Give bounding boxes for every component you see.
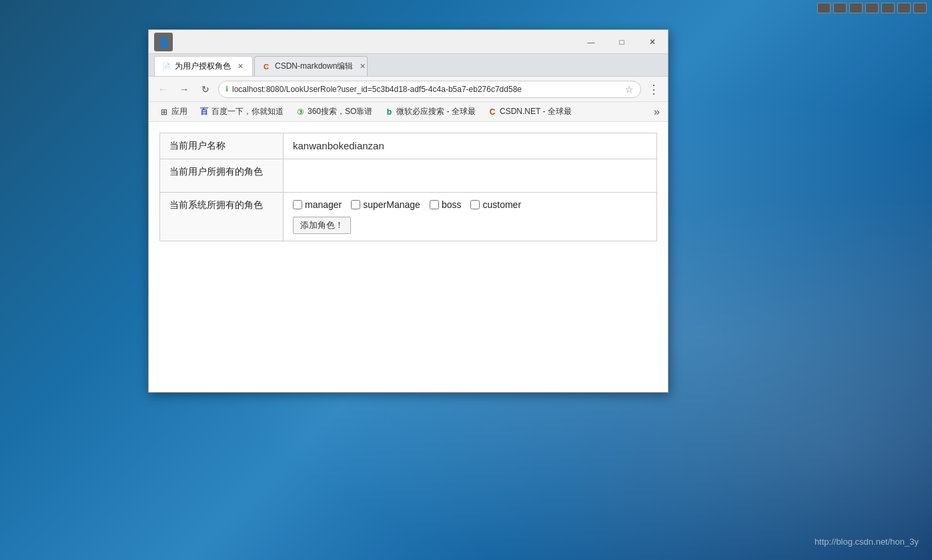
role-manager[interactable]: manager <box>293 199 342 210</box>
role-supermanage-label: superManage <box>363 199 420 210</box>
taskbar-icon-1 <box>817 3 831 13</box>
role-customer-label: customer <box>482 199 521 210</box>
checkbox-boss[interactable] <box>430 200 439 209</box>
bookmark-apps-label: 应用 <box>171 106 187 117</box>
checkbox-manager[interactable] <box>293 200 302 209</box>
watermark: http://blog.csdn.net/hon_3y <box>815 537 919 547</box>
forward-icon: → <box>179 84 189 95</box>
taskbar-icon-7 <box>913 3 927 13</box>
role-boss[interactable]: boss <box>430 199 462 210</box>
value-user-roles <box>284 159 657 193</box>
bookmark-360-label: 360搜索，SO靠谱 <box>308 106 372 117</box>
forward-button[interactable]: → <box>175 81 193 98</box>
tab-label-2: CSDN-markdown编辑 <box>275 61 353 72</box>
tab-user-role[interactable]: 📄 为用户授权角色 ✕ <box>154 56 253 76</box>
role-supermanage[interactable]: superManage <box>351 199 420 210</box>
bookmark-baidu[interactable]: 百 百度一下，你就知道 <box>194 105 289 119</box>
url-text: localhost:8080/LookUserRole?user_id=5c3b… <box>232 85 621 94</box>
tab-close-1[interactable]: ✕ <box>235 61 246 72</box>
role-manager-label: manager <box>305 199 342 210</box>
bookmark-bing[interactable]: b 微软必应搜索 - 全球最 <box>379 105 481 119</box>
taskbar-top-right <box>817 3 927 13</box>
tab-favicon-1: 📄 <box>161 62 171 71</box>
360-icon: ③ <box>296 107 305 117</box>
taskbar-icon-2 <box>833 3 847 13</box>
bookmark-csdn[interactable]: C CSDN.NET - 全球最 <box>482 105 577 119</box>
bookmark-csdn-label: CSDN.NET - 全球最 <box>500 106 572 117</box>
menu-icon: ⋮ <box>648 82 660 97</box>
page-content: 当前用户名称 kanwanbokedianzan 当前用户所拥有的角色 <box>149 122 668 392</box>
add-role-container: 添加角色！ <box>293 217 647 234</box>
refresh-icon: ↻ <box>201 84 209 95</box>
maximize-icon <box>619 37 624 47</box>
checkbox-supermanage[interactable] <box>351 200 360 209</box>
bookmark-star-icon[interactable]: ☆ <box>625 84 634 95</box>
bing-icon: b <box>384 107 394 117</box>
bookmark-360[interactable]: ③ 360搜索，SO靠谱 <box>290 105 378 119</box>
csdn-icon: C <box>488 107 497 117</box>
browser-menu-button[interactable]: ⋮ <box>645 81 662 98</box>
maximize-button[interactable] <box>606 30 637 53</box>
add-role-button[interactable]: 添加角色！ <box>293 217 351 234</box>
bookmark-baidu-label: 百度一下，你就知道 <box>211 106 284 117</box>
browser-window: 👤 📄 为用户授权角色 ✕ C CSDN-markdown编辑 ✕ <box>148 29 668 393</box>
close-button[interactable] <box>637 30 668 53</box>
value-username: kanwanbokedianzan <box>284 133 657 159</box>
address-bar: ← → ↻ ℹ localhost:8080/LookUserRole?user… <box>149 77 668 102</box>
table-row-user-roles: 当前用户所拥有的角色 <box>160 159 657 193</box>
baidu-icon: 百 <box>199 107 209 117</box>
tab-close-2[interactable]: ✕ <box>357 61 368 72</box>
label-system-roles: 当前系统所拥有的角色 <box>160 193 284 241</box>
role-customer[interactable]: customer <box>470 199 521 210</box>
back-button[interactable]: ← <box>154 81 171 98</box>
window-controls <box>576 30 668 53</box>
role-table: 当前用户名称 kanwanbokedianzan 当前用户所拥有的角色 <box>159 133 657 241</box>
back-icon: ← <box>158 84 167 95</box>
taskbar-icon-5 <box>881 3 895 13</box>
role-boss-label: boss <box>442 199 462 210</box>
taskbar-icon-4 <box>865 3 879 13</box>
role-checkboxes: manager superManage boss <box>293 199 647 210</box>
taskbar-icon-6 <box>897 3 911 13</box>
tab-csdn[interactable]: C CSDN-markdown编辑 ✕ <box>254 56 368 76</box>
table-row-username: 当前用户名称 kanwanbokedianzan <box>160 133 657 159</box>
bookmark-bing-label: 微软必应搜索 - 全球最 <box>396 106 476 117</box>
url-bar[interactable]: ℹ localhost:8080/LookUserRole?user_id=5c… <box>218 81 641 98</box>
secure-icon: ℹ <box>225 85 228 93</box>
checkbox-customer[interactable] <box>470 200 480 209</box>
title-bar-left: 👤 <box>149 30 175 53</box>
tabs-bar: 📄 为用户授权角色 ✕ C CSDN-markdown编辑 ✕ <box>149 54 668 77</box>
close-icon <box>649 37 656 47</box>
table-row-system-roles: 当前系统所拥有的角色 manager superManage <box>160 193 657 241</box>
bookmark-apps[interactable]: ⊞ 应用 <box>154 105 193 119</box>
taskbar-icon-3 <box>849 3 863 13</box>
bookmark-more-button[interactable]: » <box>651 106 662 118</box>
title-bar: 👤 <box>149 30 668 54</box>
label-username: 当前用户名称 <box>160 133 284 159</box>
value-system-roles: manager superManage boss <box>284 193 657 241</box>
refresh-button[interactable]: ↻ <box>197 81 214 98</box>
tab-label-1: 为用户授权角色 <box>175 61 231 72</box>
minimize-button[interactable] <box>576 30 606 53</box>
tab-favicon-2: C <box>262 62 271 71</box>
bookmarks-bar: ⊞ 应用 百 百度一下，你就知道 ③ 360搜索，SO靠谱 b 微软必应搜索 -… <box>149 102 668 122</box>
apps-icon: ⊞ <box>159 107 169 117</box>
profile-button[interactable]: 👤 <box>154 33 173 51</box>
minimize-icon <box>588 37 595 47</box>
label-user-roles: 当前用户所拥有的角色 <box>160 159 284 193</box>
profile-icon: 👤 <box>158 37 169 47</box>
